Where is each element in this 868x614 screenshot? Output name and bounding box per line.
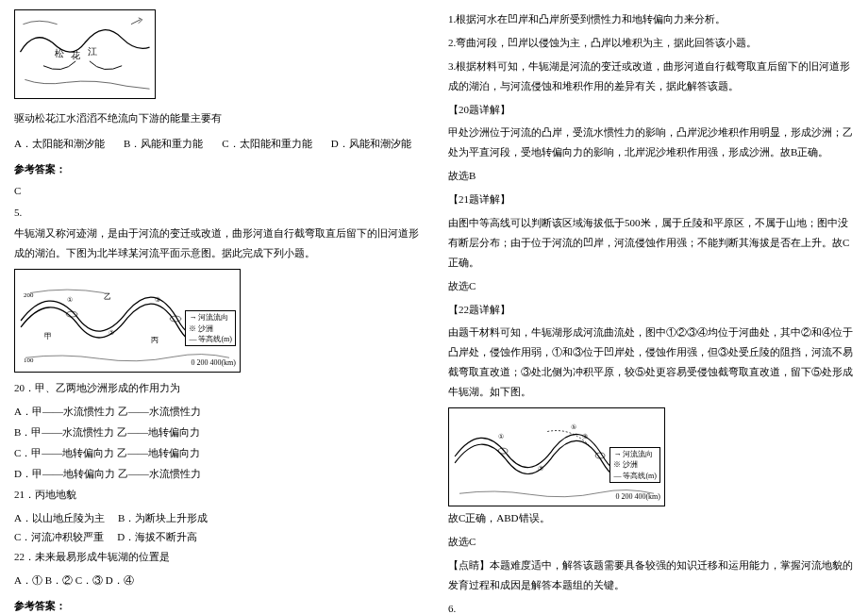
point-3: 3.根据材料可知，牛轭湖是河流的变迁或改道，曲形河道自行截弯取直后留下的旧河道形… (448, 57, 854, 96)
legend-2: → 河流流向 ※ 沙洲 — 等高线(m) (609, 447, 660, 483)
meander-diagram-2: ⑤ ② ① ③ ④ → 河流流向 ※ 沙洲 — 等高线(m) 0 200 400… (448, 407, 665, 506)
q21-c: C．河流冲积较严重 (14, 527, 104, 547)
result-22a: 故C正确，ABD错误。 (448, 508, 854, 528)
svg-text:松: 松 (55, 48, 64, 58)
meander-diagram-1: 甲 乙 丙 ① ② ③ ④ 100 200 → 河流流向 ※ 沙洲 — 等高线(… (14, 269, 241, 373)
q20-options: A．甲——水流惯性力 乙——水流惯性力 B．甲——水流惯性力 乙——地转偏向力 … (14, 402, 420, 484)
q22: 22．未来最易形成牛轭湖的位置是 (14, 547, 420, 567)
point-1: 1.根据河水在凹岸和凸岸所受到惯性力和地转偏向力来分析。 (448, 9, 854, 29)
svg-text:①: ① (67, 297, 73, 304)
point-2: 2.弯曲河段，凹岸以侵蚀为主，凸岸以堆积为主，据此回答该小题。 (448, 33, 854, 53)
q21: 21．丙地地貌 (14, 485, 420, 505)
q22-opts: A．① B．② C．③ D．④ (14, 571, 420, 590)
scale-1: 0 200 400(km) (191, 356, 236, 370)
svg-text:乙: 乙 (104, 293, 111, 302)
legend-contour: — 等高线(m) (189, 334, 232, 344)
legend-contour-2: — 等高线(m) (613, 471, 657, 481)
q20-c: C．甲——地转偏向力 乙——地转偏向力 (14, 443, 420, 463)
opt-d: D．风能和潮汐能 (331, 134, 411, 154)
svg-text:甲: 甲 (44, 332, 52, 340)
q20: 20．甲、乙两地沙洲形成的作用力为 (14, 378, 420, 398)
svg-text:丙: 丙 (151, 336, 159, 344)
svg-rect-0 (16, 10, 155, 98)
opt-b: B．风能和重力能 (124, 134, 203, 154)
legend-flow: → 河流流向 (189, 312, 232, 323)
q21-row2: C．河流冲积较严重 D．海拔不断升高 (14, 527, 420, 547)
answer-c: C (14, 181, 420, 201)
left-column: 松 花 江 驱动松花江水滔滔不绝流向下游的能量主要有 A．太阳能和潮汐能 B．风… (14, 9, 420, 614)
q20-b: B．甲——水流惯性力 乙——地转偏向力 (14, 423, 420, 442)
energy-question: 驱动松花江水滔滔不绝流向下游的能量主要有 (14, 108, 420, 128)
q21-b: B．为断块上升形成 (118, 508, 208, 528)
river-map-svg: 松 花 江 (15, 10, 155, 98)
tips: 【点睛】本题难度适中，解答该题需要具备较强的知识迁移和运用能力，掌握河流地貌的发… (448, 556, 854, 595)
svg-text:100: 100 (24, 357, 34, 363)
right-column: 1.根据河水在凹岸和凸岸所受到惯性力和地转偏向力来分析。 2.弯曲河段，凹岸以侵… (448, 9, 854, 614)
legend-sandbar: ※ 沙洲 (189, 324, 232, 334)
svg-text:③: ③ (582, 433, 588, 440)
ref-answer-label: 参考答案： (14, 159, 420, 179)
svg-text:200: 200 (24, 292, 34, 299)
detail-22-heading: 【22题详解】 (448, 300, 854, 320)
select-21: 故选C (448, 276, 854, 296)
q6-number: 6. (448, 599, 854, 614)
opt-a: A．太阳能和潮汐能 (14, 134, 105, 154)
q5-number: 5. (14, 203, 420, 223)
q20-a: A．甲——水流惯性力 乙——水流惯性力 (14, 402, 420, 422)
legend-flow-2: → 河流流向 (613, 449, 657, 459)
svg-text:③: ③ (155, 297, 160, 304)
svg-text:①: ① (498, 433, 504, 440)
detail-20-heading: 【20题详解】 (448, 100, 854, 120)
detail-22-text: 由题干材料可知，牛轭湖形成河流曲流处，图中①②③④均位于河曲处，其中②和④位于凸… (448, 323, 854, 402)
q20-d: D．甲——地转偏向力 乙——水流惯性力 (14, 464, 420, 484)
detail-20-text: 甲处沙洲位于河流的凸岸，受流水惯性力的影响，凸岸泥沙堆积作用明显，形成沙洲；乙处… (448, 123, 854, 162)
scale-2: 0 200 400(km) (615, 490, 660, 504)
detail-21-heading: 【21题详解】 (448, 190, 854, 209)
svg-text:⑤: ⑤ (571, 423, 576, 430)
select-20: 故选B (448, 166, 854, 186)
oxbow-intro: 牛轭湖又称河迹湖，是由于河流的变迁或改道，曲形河道自行截弯取直后留下的旧河道形成… (14, 224, 420, 263)
svg-text:江: 江 (88, 46, 97, 57)
q21-a: A．以山地丘陵为主 (14, 508, 105, 528)
energy-options: A．太阳能和潮汐能 B．风能和重力能 C．太阳能和重力能 D．风能和潮汐能 (14, 134, 420, 154)
opt-c: C．太阳能和重力能 (222, 134, 311, 154)
detail-21-text: 由图中等高线可以判断该区域海拔低于500米，属于丘陵和平原区，不属于山地；图中没… (448, 213, 854, 273)
svg-text:②: ② (108, 329, 114, 336)
svg-text:②: ② (538, 465, 543, 472)
legend-1: → 河流流向 ※ 沙洲 — 等高线(m) (185, 310, 236, 346)
q21-d: D．海拔不断升高 (117, 527, 197, 547)
q21-row1: A．以山地丘陵为主 B．为断块上升形成 (14, 508, 420, 528)
result-22b: 故选C (448, 532, 854, 552)
songhua-map: 松 花 江 (14, 9, 156, 99)
legend-sandbar-2: ※ 沙洲 (613, 459, 657, 470)
svg-text:花: 花 (71, 50, 80, 60)
ref-answer-label-2: 参考答案： (14, 596, 420, 614)
